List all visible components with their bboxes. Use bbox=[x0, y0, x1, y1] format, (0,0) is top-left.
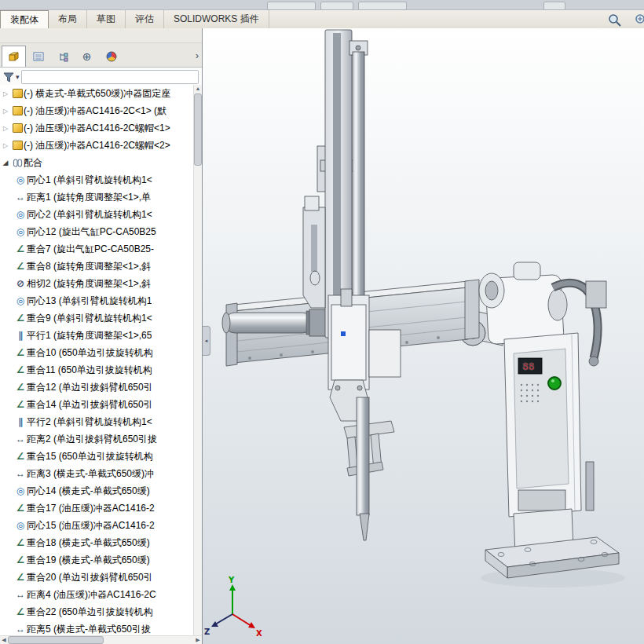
mate-distance-icon: ↔ bbox=[14, 468, 27, 479]
tree-mate-row[interactable]: ↔ 距离1 (旋转角度调整架<1>,单 bbox=[0, 188, 194, 206]
tree-component-row[interactable]: ▷ (-) 油压缓)冲器AC1416-2C螺帽<2> bbox=[0, 137, 194, 154]
toolbar-button-stub[interactable] bbox=[320, 2, 353, 10]
tree-mate-row[interactable]: ◎ 同心12 (旋出气缸PC-CA50B25 bbox=[0, 223, 194, 240]
scroll-left-icon[interactable]: ◀ bbox=[0, 637, 8, 643]
command-tab[interactable]: 评估 bbox=[126, 10, 164, 28]
scroll-thumb-horizontal[interactable] bbox=[8, 636, 104, 644]
collapse-arrow-icon[interactable]: ◢ bbox=[0, 159, 11, 166]
tree-item-label: 重合10 (650单边引拔旋转机构 bbox=[27, 346, 153, 360]
mate-coincident-icon: ∠ bbox=[14, 261, 27, 272]
tree-mate-row[interactable]: ∠ 重合17 (油压缓)冲器AC1416-2 bbox=[0, 499, 194, 517]
toolbar-button-stub[interactable] bbox=[358, 2, 407, 10]
tree-mate-row[interactable]: ∠ 重合9 (单斜引臂机旋转机构1< bbox=[0, 309, 194, 327]
tree-mate-row[interactable]: ∠ 重合22 (650单边引拔旋转机构 bbox=[0, 603, 194, 620]
tree-item-label: 重合11 (650单边引拔旋转机构 bbox=[27, 364, 152, 377]
command-tab[interactable]: 装配体 bbox=[0, 10, 49, 28]
tree-component-row[interactable]: ▷ (-) 油压缓)冲器AC1416-2C<1> (默 bbox=[0, 102, 194, 119]
tree-mate-row[interactable]: ∠ 重合15 (650单边引拔旋转机构 bbox=[0, 448, 194, 465]
tree-vertical-scrollbar[interactable]: ▲ bbox=[193, 85, 202, 636]
part-icon bbox=[11, 123, 24, 133]
target-icon: ⊕ bbox=[82, 51, 92, 62]
expand-arrow-icon[interactable]: ▷ bbox=[0, 142, 11, 149]
panel-expand-chevron-icon[interactable]: › bbox=[196, 49, 199, 61]
tree-mates-group-row[interactable]: ◢ 配合 bbox=[0, 154, 194, 171]
tree-item-label: (-) 油压缓)冲器AC1416-2C螺帽<2> bbox=[24, 139, 170, 152]
filter-funnel-icon[interactable] bbox=[3, 72, 14, 82]
expand-arrow-icon[interactable]: ▷ bbox=[0, 108, 11, 115]
tree-mate-row[interactable]: ◎ 同心1 (单斜引臂机旋转机构1< bbox=[0, 171, 194, 188]
tree-mate-row[interactable]: ∠ 重合8 (旋转角度调整架<1>,斜 bbox=[0, 258, 194, 275]
tree-mate-row[interactable]: ∠ 重合18 (横走式-单截式650缓) bbox=[0, 534, 194, 551]
tree-item-label: 同心13 (单斜引臂机旋转机构1 bbox=[27, 295, 152, 308]
panel-tab-displaymanager[interactable] bbox=[99, 46, 123, 67]
scroll-thumb[interactable] bbox=[194, 93, 202, 166]
viewport-3d[interactable]: 88 bbox=[203, 28, 644, 644]
toolbar-button-stub[interactable] bbox=[267, 2, 316, 10]
mate-concentric-icon: ◎ bbox=[14, 520, 27, 531]
svg-text:Y: Y bbox=[228, 576, 235, 584]
tree-item-label: 相切2 (旋转角度调整架<1>,斜 bbox=[27, 277, 151, 291]
command-tab[interactable]: 草图 bbox=[87, 10, 126, 28]
tree-mate-row[interactable]: ∠ 重合20 (单边引拔斜臂机650引 bbox=[0, 569, 194, 586]
panel-tab-featuremanager[interactable] bbox=[2, 46, 26, 67]
hierarchy-icon bbox=[57, 52, 68, 62]
cad-model[interactable]: 88 bbox=[203, 28, 644, 644]
tree-item-label: 配合 bbox=[24, 156, 42, 170]
panel-tab-configurationmanager[interactable] bbox=[50, 46, 75, 67]
command-tab[interactable]: 布局 bbox=[49, 10, 87, 28]
tree-mate-row[interactable]: ∥ 平行1 (旋转角度调整架<1>,65 bbox=[0, 327, 194, 344]
mate-coincident-icon: ∠ bbox=[14, 364, 27, 375]
tree-component-row[interactable]: ▷ (-) 横走式-单截式650缓)冲器固定座 bbox=[0, 85, 194, 102]
panel-collapse-handle[interactable]: ◂ bbox=[203, 326, 210, 356]
panel-tab-dimxpert[interactable]: ⊕ bbox=[75, 46, 99, 67]
expand-arrow-icon[interactable]: ▷ bbox=[0, 125, 11, 132]
feature-panel: ⊕ › ▾ ▷ (-) 横走式-单截式650缓)冲器固定座 bbox=[0, 28, 203, 644]
panel-tab-propertymanager[interactable] bbox=[26, 46, 50, 67]
tree-mate-row[interactable]: ∠ 重合7 (旋出气缸PC-CA50B25- bbox=[0, 240, 194, 258]
list-icon bbox=[33, 52, 44, 61]
tree-mate-row[interactable]: ↔ 距离3 (横走式-单截式650缓)冲 bbox=[0, 465, 194, 482]
part-icon bbox=[11, 106, 24, 115]
tree-item-label: 重合22 (650单边引拔旋转机构 bbox=[27, 606, 153, 619]
tree-mate-row[interactable]: ∠ 重合14 (单边引拔斜臂机650引 bbox=[0, 396, 194, 413]
tree-item-label: 同心12 (旋出气缸PC-CA50B25 bbox=[27, 225, 156, 239]
tree-mate-row[interactable]: ↔ 距离2 (单边引拔斜臂机650引拔 bbox=[0, 430, 194, 448]
tree-item-label: 距离2 (单边引拔斜臂机650引拔 bbox=[27, 433, 157, 446]
svg-text:88: 88 bbox=[522, 360, 535, 372]
assembly-cube-icon bbox=[8, 51, 20, 62]
tree-mate-row[interactable]: ◎ 同心15 (油压缓)冲器AC1416-2 bbox=[0, 517, 194, 534]
tree-mate-row[interactable]: ↔ 距离4 (油压缓)冲器AC1416-2C bbox=[0, 586, 194, 603]
tree-mate-row[interactable]: ∠ 重合12 (单边引拔斜臂机650引 bbox=[0, 379, 194, 396]
tree-mate-row[interactable]: ∥ 平行2 (单斜引臂机旋转机构1< bbox=[0, 413, 194, 430]
command-manager-bar: 装配体布局草图评估SOLIDWORKS 插件 bbox=[0, 10, 644, 29]
tree-item-label: 平行1 (旋转角度调整架<1>,65 bbox=[27, 329, 152, 342]
command-tab[interactable]: SOLIDWORKS 插件 bbox=[164, 10, 269, 28]
magnifier-icon-2[interactable] bbox=[635, 13, 644, 27]
filter-input[interactable] bbox=[21, 70, 199, 84]
magnifier-icon[interactable] bbox=[608, 13, 622, 27]
tree-mate-row[interactable]: ∠ 重合19 (横走式-单截式650缓) bbox=[0, 551, 194, 569]
tree-mate-row[interactable]: ◎ 同心13 (单斜引臂机旋转机构1 bbox=[0, 292, 194, 309]
mate-coincident-icon: ∠ bbox=[14, 399, 27, 410]
tree-mate-row[interactable]: ◎ 同心14 (横走式-单截式650缓) bbox=[0, 482, 194, 499]
mate-concentric-icon: ◎ bbox=[14, 174, 27, 185]
tree-mate-row[interactable]: ↔ 距离5 (横走式-单截式650引拔 bbox=[0, 620, 194, 636]
tree-horizontal-scrollbar[interactable]: ◀ ▶ bbox=[0, 635, 202, 644]
tree-item-label: 距离1 (旋转角度调整架<1>,单 bbox=[27, 191, 151, 204]
expand-arrow-icon[interactable]: ▷ bbox=[0, 90, 11, 97]
tree-mate-row[interactable]: ◎ 同心2 (单斜引臂机旋转机构1< bbox=[0, 206, 194, 223]
scroll-up-icon[interactable]: ▲ bbox=[196, 85, 201, 93]
mate-coincident-icon: ∠ bbox=[14, 243, 27, 254]
color-wheel-icon bbox=[106, 51, 117, 62]
feature-tree: ▷ (-) 横走式-单截式650缓)冲器固定座 ▷ (-) 油压缓)冲器AC14… bbox=[0, 85, 194, 636]
tree-mate-row[interactable]: ⊘ 相切2 (旋转角度调整架<1>,斜 bbox=[0, 275, 194, 292]
tree-item-label: 平行2 (单斜引臂机旋转机构1< bbox=[27, 415, 152, 429]
mate-distance-icon: ↔ bbox=[14, 589, 27, 600]
tree-mate-row[interactable]: ∠ 重合10 (650单边引拔旋转机构 bbox=[0, 344, 194, 361]
filter-caret-icon[interactable]: ▾ bbox=[16, 73, 20, 81]
scroll-right-icon[interactable]: ▶ bbox=[194, 637, 202, 643]
tree-component-row[interactable]: ▷ (-) 油压缓)冲器AC1416-2C螺帽<1> bbox=[0, 119, 194, 137]
tree-item-label: (-) 油压缓)冲器AC1416-2C<1> (默 bbox=[24, 104, 166, 118]
tree-mate-row[interactable]: ∠ 重合11 (650单边引拔旋转机构 bbox=[0, 361, 194, 379]
toolbar-button-stub[interactable] bbox=[543, 2, 565, 10]
